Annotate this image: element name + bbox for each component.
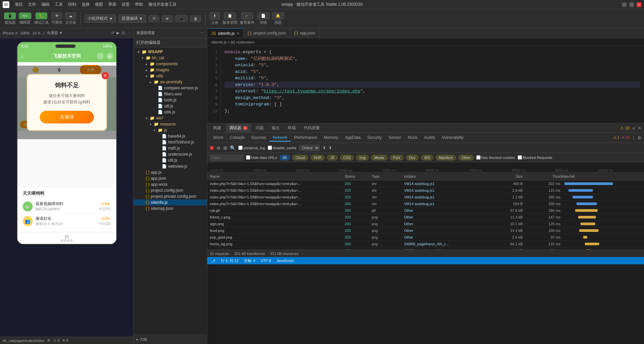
tab-app-json[interactable]: { } app.json (290, 28, 319, 38)
filter-type-media[interactable]: Media (371, 155, 387, 160)
net-tab-console[interactable]: Console (227, 134, 248, 142)
blocked-requests-checkbox[interactable] (518, 155, 522, 160)
network-row-9[interactable]: home_bg.png 200 png 24689/_pageframe_/bh… (207, 241, 644, 247)
code-editor[interactable]: 12345678910 module.exports = { name: "亿码… (207, 46, 644, 123)
watch-video-task[interactable]: ▶ 观看视频喂饲料 随机1到1g饲料H 去做► 今日:0/1 (23, 199, 111, 214)
net-tab-mock[interactable]: Mock (404, 134, 421, 142)
devtools-tab-terminal[interactable]: 终端 (284, 124, 299, 132)
tree-app-js[interactable]: { } app.js (134, 169, 207, 175)
tree-bh_cat[interactable]: ▾ 📁 bh_cat (134, 55, 207, 61)
search-button[interactable]: 🔍 (230, 145, 236, 151)
filter-type-cloud[interactable]: Cloud (292, 155, 308, 160)
phone-toolbar-icon-2[interactable]: ▶ (117, 31, 119, 35)
tree-project-config[interactable]: { } project.config.json (134, 187, 207, 193)
filter-type-ws[interactable]: WS (421, 155, 433, 160)
tree-js-folder[interactable]: ▾ 📁 js (134, 127, 207, 133)
modal-close-button[interactable]: ✕ (102, 72, 109, 79)
devtools-collapse-icon[interactable]: ∧ (632, 126, 635, 131)
filter-type-font[interactable]: Font (390, 155, 403, 160)
tree-utils-js[interactable]: 📄 utils.js (134, 109, 207, 115)
tree-components[interactable]: ▸ 📁 components (134, 61, 207, 67)
network-row-7[interactable]: food.png 200 png Other 14.4 kB 159 ms (207, 227, 644, 234)
close-button[interactable]: ✕ (637, 2, 641, 7)
compile-selector[interactable]: 普通编译 ▼ (119, 14, 146, 23)
outline-section[interactable]: ▸ 大纲 (134, 335, 207, 344)
explorer-menu-icon[interactable]: ⋯ (201, 31, 204, 35)
menu-item-wechat[interactable]: 微信开发者工具 (148, 2, 176, 7)
tree-images[interactable]: ▸ 📁 images (134, 67, 207, 73)
tree-app-wxss[interactable]: { } app.wxss (134, 181, 207, 187)
filter-type-other[interactable]: Other (459, 155, 474, 160)
menu-item-settings[interactable]: 设置 (122, 2, 130, 7)
phone-toolbar-icon-4[interactable]: ⋯ (127, 31, 131, 35)
net-tab-network[interactable]: Network (269, 134, 291, 142)
network-row-3[interactable]: index.php?i=5&t=0&v=1.03&from=wxapp&c=en… (207, 200, 644, 207)
network-row-10[interactable]: avatar_frame.png 200 png 24689/_pagefram… (207, 247, 644, 250)
tree-md5[interactable]: 📄 md5.js (134, 145, 207, 151)
menu-item-view[interactable]: 视图 (95, 2, 103, 7)
clear-button[interactable]: 🗑 (190, 15, 201, 22)
tree-resource[interactable]: ▾ 📁 resource (134, 121, 207, 127)
filter-type-css[interactable]: CSS (340, 155, 354, 160)
net-tab-memory[interactable]: Memory (320, 134, 342, 142)
net-tab-performance[interactable]: Performance (291, 134, 320, 142)
menu-item-tools[interactable]: 工具 (55, 2, 63, 7)
tree-compare-version[interactable]: 📄 compare-version.js (134, 85, 207, 91)
record-button[interactable] (210, 146, 214, 150)
maximize-button[interactable]: □ (629, 2, 634, 7)
net-tab-security[interactable]: Security (364, 134, 385, 142)
net-tab-audits[interactable]: Audits (421, 134, 438, 142)
blocked-cookies-checkbox[interactable] (476, 155, 481, 160)
message-button[interactable]: 🔔 (272, 12, 284, 19)
col-header-name[interactable]: Name (210, 174, 345, 178)
menu-item-project[interactable]: 项目 (15, 2, 23, 7)
filter-type-img[interactable]: Img (356, 155, 368, 160)
real-test-button[interactable]: 📱 (175, 15, 187, 22)
phone-more-icon[interactable]: ⊕ (106, 53, 113, 60)
version-button[interactable]: 📋 (224, 12, 236, 19)
devtools-tab-quality[interactable]: 代码质量 (300, 124, 323, 132)
network-row-1[interactable]: index.php?i=5&t=0&v=1.03&from=wxapp&c=en… (207, 187, 644, 194)
filter-type-doc[interactable]: Doc (406, 155, 419, 160)
tree-underscore[interactable]: 📄 underscore.js (134, 151, 207, 157)
tree-root[interactable]: ▾ 📁 WXAPP (134, 49, 207, 55)
preserve-log-checkbox[interactable] (238, 146, 243, 150)
net-tab-wxml[interactable]: Wxml (210, 134, 227, 142)
col-header-time[interactable]: Time (523, 174, 560, 178)
minimize-button[interactable]: ─ (622, 2, 627, 7)
devtools-close-icon[interactable]: ✕ (638, 126, 641, 131)
menu-item-ui[interactable]: 界面 (108, 2, 116, 7)
filter-type-xhr[interactable]: XHR (311, 155, 325, 160)
tab-siteinfo[interactable]: JS siteinfo.js ✕ (207, 28, 244, 38)
network-row-0[interactable]: index.php?i=5&t=0&v=1.03&from=wxapp&c=en… (207, 180, 644, 187)
bottom-nav-friend[interactable]: 💬 好友讲击 (57, 235, 77, 243)
invite-task[interactable]: 👥 邀请好友 邀请1位人,每天1次 去做► 今日:0/1 (23, 214, 111, 229)
mode-selector[interactable]: 小程序模式 ▼ (85, 14, 116, 23)
network-row-2[interactable]: index.php?i=5&t=0&v=1.03&from=wxapp&c=en… (207, 194, 644, 200)
visualize-button[interactable]: 👁 (51, 12, 62, 19)
net-more-icon[interactable]: ⋮ (632, 136, 636, 140)
detail-button[interactable]: 📄 (257, 12, 269, 19)
cloud-button[interactable]: ☁ (65, 12, 76, 19)
import-icon[interactable]: ⬇ (323, 146, 326, 150)
net-tab-vulnerability[interactable]: Vulnerability (438, 134, 467, 142)
menu-item-select[interactable]: 选择 (82, 2, 90, 7)
tree-base64[interactable]: 📄 base64.js (134, 133, 207, 139)
net-tab-appdata[interactable]: AppData (342, 134, 364, 142)
network-row-6[interactable]: sign.png 200 png Other 10.1 kB 120 ms (207, 221, 644, 227)
menu-item-edit[interactable]: 编辑 (41, 2, 49, 7)
tree-tools[interactable]: 📄 tools.js (134, 97, 207, 103)
col-header-status[interactable]: Status (345, 174, 372, 178)
tree-siteinfo[interactable]: { } siteinfo.js (134, 199, 207, 205)
menu-item-help[interactable]: 帮助 (135, 2, 143, 7)
tree-app-json[interactable]: { } app.json (134, 175, 207, 181)
modal-invite-button[interactable]: 去邀请 (40, 111, 94, 123)
devtools-tab-issues[interactable]: 问题 (252, 124, 267, 132)
phone-toolbar-icon-1[interactable]: ↺ (111, 31, 114, 35)
devtools-tab-build[interactable]: 构建 (210, 124, 225, 132)
network-row-4[interactable]: cat.gif 200 gif Other 67.6 kB 184 ms (207, 207, 644, 214)
debug-button[interactable]: 🐛 (35, 12, 47, 19)
device-selector[interactable]: iPhone X (3, 31, 18, 35)
tree-wx-promisify[interactable]: ▸ 📁 wx-promisify (134, 79, 207, 85)
filter-toggle-button[interactable]: ⊞ (223, 145, 227, 151)
